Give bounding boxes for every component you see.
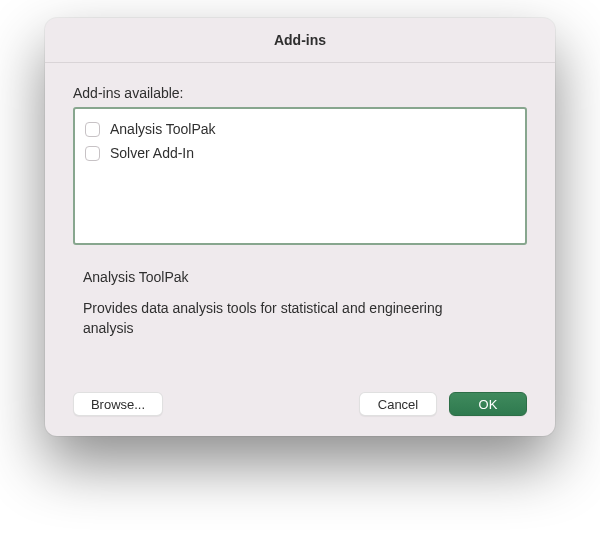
list-item[interactable]: Analysis ToolPak	[85, 117, 515, 141]
button-row: Browse... Cancel OK	[73, 392, 527, 416]
list-item-label: Analysis ToolPak	[110, 121, 216, 137]
description-text: Provides data analysis tools for statist…	[83, 299, 483, 338]
browse-button[interactable]: Browse...	[73, 392, 163, 416]
dialog-content: Add-ins available: Analysis ToolPak Solv…	[45, 63, 555, 436]
checkbox[interactable]	[85, 146, 100, 161]
description-title: Analysis ToolPak	[83, 269, 527, 285]
titlebar: Add-ins	[45, 18, 555, 63]
checkbox[interactable]	[85, 122, 100, 137]
addins-listbox[interactable]: Analysis ToolPak Solver Add-In	[73, 107, 527, 245]
list-item-label: Solver Add-In	[110, 145, 194, 161]
available-label: Add-ins available:	[73, 85, 527, 101]
ok-button[interactable]: OK	[449, 392, 527, 416]
addins-dialog: Add-ins Add-ins available: Analysis Tool…	[45, 18, 555, 436]
list-item[interactable]: Solver Add-In	[85, 141, 515, 165]
dialog-title: Add-ins	[274, 32, 326, 48]
cancel-button[interactable]: Cancel	[359, 392, 437, 416]
